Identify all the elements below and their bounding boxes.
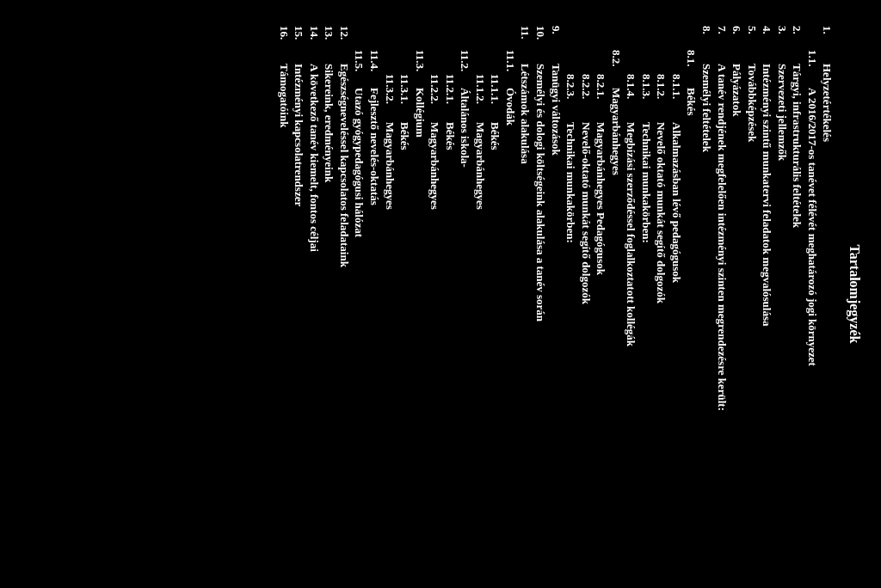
toc-row: 8.1.3.Technikai munkakörben: [638,74,654,562]
toc-row: 11.1.Óvodák [502,50,518,562]
toc-number: 14. [306,26,322,64]
toc-text: Békés [442,122,458,150]
toc-text: Általános iskola- [458,88,473,168]
toc-row: 16.Támogatóink [276,26,292,562]
toc-text: Békés [488,122,503,150]
toc-text: Megbízási szerződéssel foglalkoztatott k… [624,122,639,346]
toc-number: 5. [744,26,760,64]
toc-number: 4. [760,26,775,64]
toc-number: 2. [790,26,805,64]
toc-text: Szervezeti jellemzők [774,64,790,161]
toc-row: 2.Tárgyi, infrastrukturális feltételek [790,26,805,562]
toc-number: 11.1. [502,50,518,88]
toc-text: Támogatóink [276,64,292,127]
toc-row: 8.Személyi feltételek [699,26,714,562]
toc-text: Magyarbánhegyes [428,122,443,210]
toc-text: Magyarbánhegyes [608,88,624,175]
toc-row: 5.Továbbképzések [744,26,760,562]
toc-row: 8.1.Békés [684,50,699,562]
toc-row: 8.2.Magyarbánhegyes [608,50,624,562]
toc-number: 11.3.2. [382,74,397,122]
toc-row: 1.Helyzetértékelés [820,26,835,562]
toc-text: Óvodák [502,88,518,126]
toc-number: 11.2.1. [442,74,458,122]
toc-row: 11.3.2.Magyarbánhegyes [382,74,397,562]
toc-row: 8.1.2.Nevelő oktató munkát segítő dolgoz… [654,74,669,562]
toc-number: 3. [774,26,790,64]
toc-text: Létszámok alakulása [518,64,533,164]
toc-number: 13. [322,26,337,64]
toc-number: 7. [714,26,730,64]
toc-number: 11.3. [412,50,428,88]
toc-number: 8.1.1. [668,74,684,122]
toc-row: 12.Egészségneveléssel kapcsolatos felada… [336,26,352,562]
toc-text: Nevelő-oktató munkát segítő dolgozók [578,122,594,304]
toc-text: Tárgyi, infrastrukturális feltételek [790,64,805,228]
toc-text: Alkalmazásban lévő pedagógusok [668,122,684,283]
toc-number: 11.1.2. [472,74,488,122]
toc-number: 8. [699,26,714,64]
toc-text: A 2016/2017-os tanévet félévét meghatáro… [804,88,820,366]
toc-text: Személyi és dologi költségeink alakulása… [533,64,548,322]
toc-text: Utazó gyógypedagógusi hálózat [352,88,367,237]
toc-number: 8.2.2. [578,74,594,122]
toc-number: 8.2. [608,50,624,88]
toc-number: 8.2.3. [564,74,579,122]
toc-number: 12. [336,26,352,64]
toc-row: 11.3.1.Békés [397,74,413,562]
toc-text: Kollégium [412,88,428,138]
toc-row: 8.2.3.Technikai munkakörben: [564,74,579,562]
toc-row: 11.1.1.Békés [488,74,503,562]
toc-row: 11.2.1.Békés [442,74,458,562]
toc-text: Békés [684,88,699,116]
toc-row: 8.1.4.Megbízási szerződéssel foglalkozta… [624,74,639,562]
toc-text: Intézményi kapcsolatrendszer [292,64,307,206]
toc-text: Tanügyi változások [548,64,564,156]
toc-text: Egészségneveléssel kapcsolatos feladatai… [336,64,352,267]
toc-number: 11. [518,26,533,64]
toc-number: 1.1. [804,50,820,88]
toc-number: 8.1.4. [624,74,639,122]
toc-number: 11.4. [367,50,382,88]
toc-row: 8.2.1.Magyarbánhegyes Pedagógusok [594,74,609,562]
toc-row: 9.Tanügyi változások [548,26,564,562]
toc-number: 8.2.1. [594,74,609,122]
toc-row: 11.1.2.Magyarbánhegyes [472,74,488,562]
toc-row: 11.4.Fejlesztő nevelés-oktatás [367,50,382,562]
toc-row: 4.Intézményi szintű munkatervi feladatok… [760,26,775,562]
toc-text: Technikai munkakörben: [638,122,654,243]
toc-row: 11.2.2.Magyarbánhegyes [428,74,443,562]
toc-row: 8.2.2.Nevelő-oktató munkát segítő dolgoz… [578,74,594,562]
toc-text: Technikai munkakörben: [564,122,579,243]
toc-number: 1. [820,26,835,64]
toc-row: 1.1.A 2016/2017-os tanévet félévét megha… [804,50,820,562]
toc-row: 6.Pályázatok [730,26,745,562]
toc-text: Nevelő oktató munkát segítő dolgozók [654,122,669,303]
toc-row: 11.Létszámok alakulása [518,26,533,562]
toc-number: 8.1.3. [638,74,654,122]
toc-text: Pályázatok [730,64,745,116]
toc-row: 3.Szervezeti jellemzők [774,26,790,562]
toc-number: 16. [276,26,292,64]
toc-text: Békés [397,122,413,150]
toc-row: 7.A tanév rendjének megfelelően intézmén… [714,26,730,562]
toc-number: 6. [730,26,745,64]
toc-number: 11.3.1. [397,74,413,122]
toc-text: Magyarbánhegyes [382,122,397,210]
toc-title: Tartalomjegyzék [845,26,864,562]
toc-text: Továbbképzések [744,64,760,142]
toc-number: 11.5. [352,50,367,88]
toc-text: Magyarbánhegyes [472,122,488,210]
toc-page: Tartalomjegyzék 1.Helyzetértékelés1.1.A … [0,0,881,588]
toc-row: 14.A következő tanév kiemelt, fontos cél… [306,26,322,562]
toc-text: Magyarbánhegyes Pedagógusok [594,122,609,275]
toc-text: Sikereink, eredményeink [322,64,337,182]
toc-row: 13.Sikereink, eredményeink [322,26,337,562]
toc-row: 10.Személyi és dologi költségeink alakul… [533,26,548,562]
toc-row: 11.3.Kollégium [412,50,428,562]
toc-text: Intézményi szintű munkatervi feladatok m… [760,64,775,327]
toc-text: Személyi feltételek [699,64,714,152]
toc-number: 8.1. [684,50,699,88]
toc-row: 8.1.1.Alkalmazásban lévő pedagógusok [668,74,684,562]
toc-body: 1.Helyzetértékelés1.1.A 2016/2017-os tan… [276,26,835,562]
